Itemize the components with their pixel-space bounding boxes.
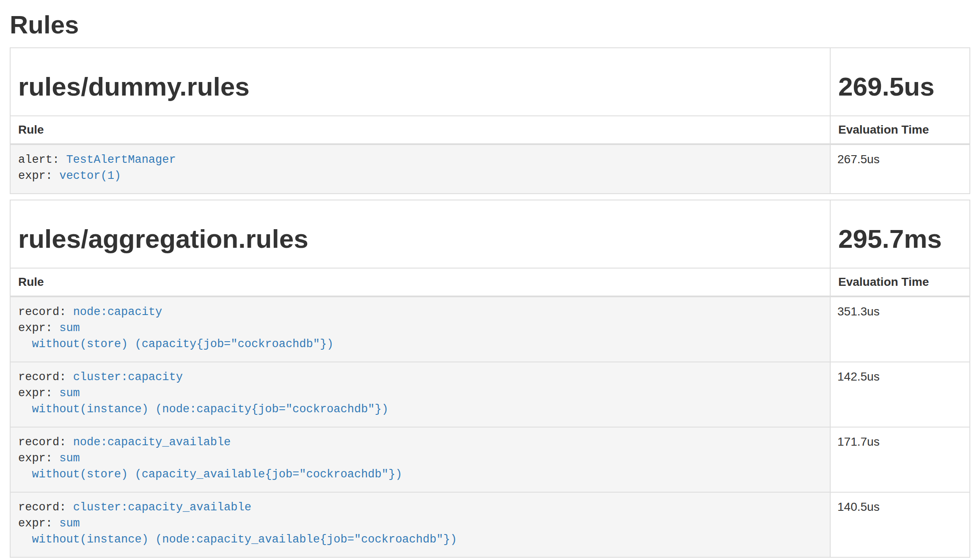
rule-line: without(instance) (node:capacity{job="co… <box>18 401 830 417</box>
rule-cell: record: node:capacityexpr: sum without(s… <box>10 296 830 362</box>
rule-row: alert: TestAlertManagerexpr: vector(1)26… <box>10 144 970 194</box>
rule-group-table: rules/dummy.rules 269.5us Rule Evaluatio… <box>10 47 970 194</box>
group-name: rules/aggregation.rules <box>18 225 822 253</box>
group-evaluation-time: 295.7ms <box>838 225 962 253</box>
evaluation-time-column-header: Evaluation Time <box>830 116 970 144</box>
rule-line: without(instance) (node:capacity_availab… <box>18 532 830 548</box>
rule-cell: alert: TestAlertManagerexpr: vector(1) <box>10 144 830 194</box>
rule-line: record: cluster:capacity <box>18 369 830 385</box>
rule-key: record: <box>18 501 73 514</box>
rule-line: expr: sum <box>18 320 830 336</box>
rule-line: without(store) (capacity{job="cockroachd… <box>18 336 830 352</box>
rule-link[interactable]: node:capacity_available <box>73 436 231 449</box>
rule-key: record: <box>18 436 73 449</box>
rule-key: alert: <box>18 153 66 166</box>
rule-line: record: node:capacity_available <box>18 434 830 450</box>
rule-key: expr: <box>18 517 59 530</box>
rule-link[interactable]: sum <box>59 387 80 400</box>
evaluation-time-column-header: Evaluation Time <box>830 268 970 296</box>
rule-key: expr: <box>18 170 59 182</box>
rule-link[interactable]: without(instance) (node:capacity{job="co… <box>18 403 388 416</box>
group-evaluation-time: 269.5us <box>838 73 962 101</box>
rule-line: expr: vector(1) <box>18 168 830 184</box>
rule-key: record: <box>18 371 73 384</box>
rule-column-header: Rule <box>10 268 830 296</box>
rule-groups-container: rules/dummy.rules 269.5us Rule Evaluatio… <box>10 47 970 558</box>
rule-evaluation-time: 171.7us <box>830 427 970 492</box>
rule-key: expr: <box>18 387 59 400</box>
rule-evaluation-time: 140.5us <box>830 492 970 557</box>
column-header-row: Rule Evaluation Time <box>10 116 970 144</box>
rule-link[interactable]: sum <box>59 452 80 465</box>
rule-line: expr: sum <box>18 450 830 466</box>
rule-row: record: cluster:capacityexpr: sum withou… <box>10 362 970 427</box>
rule-evaluation-time: 267.5us <box>830 144 970 194</box>
rule-row: record: cluster:capacity_availableexpr: … <box>10 492 970 557</box>
rule-line: without(store) (capacity_available{job="… <box>18 466 830 482</box>
rule-line: expr: sum <box>18 385 830 401</box>
rule-link[interactable]: node:capacity <box>73 306 162 318</box>
page-title: Rules <box>10 11 970 39</box>
rule-cell: record: cluster:capacityexpr: sum withou… <box>10 362 830 427</box>
rule-key: expr: <box>18 452 59 465</box>
rule-line: record: cluster:capacity_available <box>18 499 830 515</box>
rule-evaluation-time: 351.3us <box>830 296 970 362</box>
group-header-row: rules/dummy.rules 269.5us <box>10 48 970 116</box>
rule-cell: record: node:capacity_availableexpr: sum… <box>10 427 830 492</box>
rule-cell: record: cluster:capacity_availableexpr: … <box>10 492 830 557</box>
rule-link[interactable]: without(store) (capacity_available{job="… <box>18 468 402 481</box>
group-header-row: rules/aggregation.rules 295.7ms <box>10 200 970 268</box>
rule-link[interactable]: cluster:capacity <box>73 371 183 384</box>
group-name: rules/dummy.rules <box>18 73 822 101</box>
rule-link[interactable]: TestAlertManager <box>66 153 176 166</box>
rule-key: expr: <box>18 322 59 334</box>
rule-line: record: node:capacity <box>18 304 830 320</box>
column-header-row: Rule Evaluation Time <box>10 268 970 296</box>
rule-link[interactable]: sum <box>59 322 80 334</box>
rules-page: Rules rules/dummy.rules 269.5us Rule Eva… <box>0 11 980 558</box>
rule-link[interactable]: vector(1) <box>59 170 121 182</box>
rule-group-table: rules/aggregation.rules 295.7ms Rule Eva… <box>10 200 970 558</box>
rule-column-header: Rule <box>10 116 830 144</box>
rule-line: expr: sum <box>18 515 830 532</box>
rule-link[interactable]: without(store) (capacity{job="cockroachd… <box>18 338 333 351</box>
rule-evaluation-time: 142.5us <box>830 362 970 427</box>
rule-row: record: node:capacityexpr: sum without(s… <box>10 296 970 362</box>
rule-line: alert: TestAlertManager <box>18 152 830 168</box>
rule-row: record: node:capacity_availableexpr: sum… <box>10 427 970 492</box>
rule-key: record: <box>18 306 73 318</box>
rule-link[interactable]: cluster:capacity_available <box>73 501 251 514</box>
rule-link[interactable]: without(instance) (node:capacity_availab… <box>18 533 457 546</box>
rule-link[interactable]: sum <box>59 517 80 530</box>
